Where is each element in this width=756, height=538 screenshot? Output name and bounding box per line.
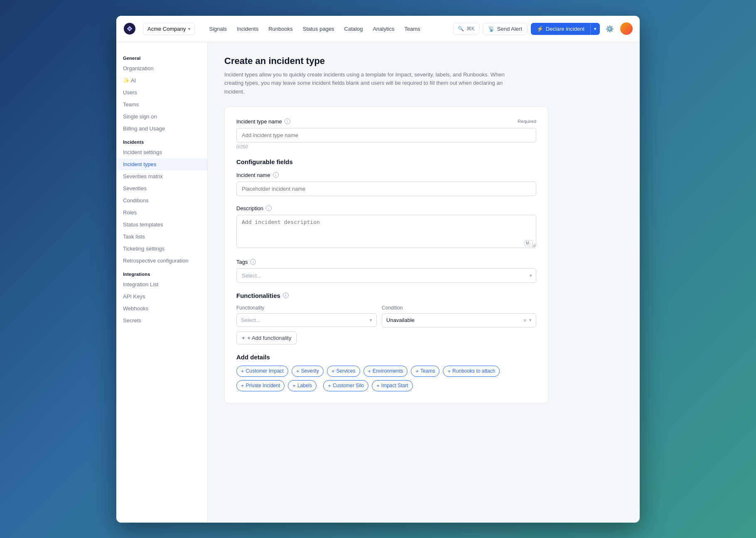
detail-tag-severity[interactable]: + Severity bbox=[292, 366, 324, 377]
nav-analytics[interactable]: Analytics bbox=[368, 23, 398, 34]
sidebar-item-incident-settings[interactable]: Incident settings bbox=[116, 146, 207, 158]
sidebar-item-task-lists[interactable]: Task lists bbox=[116, 231, 207, 243]
declare-incident-group: ⚡ Declare incident ▾ bbox=[531, 23, 600, 35]
condition-select[interactable]: Unavailable × ▾ bbox=[382, 313, 536, 327]
functionalities-section: Functionalities i Functionality Select..… bbox=[236, 292, 536, 344]
sidebar-item-organization[interactable]: Organization bbox=[116, 62, 207, 74]
tags-section: Tags i Select... ▾ bbox=[236, 259, 536, 283]
sidebar-label-conditions: Conditions bbox=[123, 197, 148, 204]
sidebar-item-webhooks[interactable]: Webhooks bbox=[116, 302, 207, 314]
required-badge: Required bbox=[518, 119, 536, 124]
chevron-down-icon: ▾ bbox=[529, 317, 532, 323]
add-details-title: Add details bbox=[236, 354, 536, 361]
incident-name-label: Incident name i bbox=[236, 172, 536, 178]
detail-tag-customer-impact[interactable]: + Customer Impact bbox=[236, 366, 288, 377]
detail-tags: + Customer Impact + Severity + Services bbox=[236, 366, 536, 391]
nav-status-pages[interactable]: Status pages bbox=[299, 23, 339, 34]
sidebar-integrations-title: Integrations bbox=[116, 267, 207, 278]
nav-teams[interactable]: Teams bbox=[400, 23, 424, 34]
incident-type-name-info-icon[interactable]: i bbox=[285, 118, 290, 124]
sidebar-item-sso[interactable]: Single sign on bbox=[116, 111, 207, 123]
lightning-icon: ⚡ bbox=[537, 26, 543, 32]
detail-tag-impact-start[interactable]: + Impact Start bbox=[372, 380, 412, 391]
sidebar-label-roles: Roles bbox=[123, 209, 137, 216]
search-button[interactable]: 🔍 ⌘K bbox=[453, 23, 479, 34]
functionality-placeholder: Select... bbox=[241, 317, 260, 323]
company-selector[interactable]: Acme Company ▾ bbox=[143, 23, 195, 35]
sidebar-label-api-keys: API Keys bbox=[123, 293, 145, 300]
sidebar-item-secrets[interactable]: Secrets bbox=[116, 314, 207, 327]
sidebar-label-integration-list: Integration List bbox=[123, 281, 158, 287]
incident-name-info-icon[interactable]: i bbox=[273, 172, 279, 178]
functionality-col: Functionality Select... ▾ bbox=[236, 305, 377, 327]
functionality-row: Functionality Select... ▾ Condition Unav… bbox=[236, 305, 536, 327]
incident-type-name-section: Incident type name i Required 0/250 bbox=[236, 118, 536, 149]
tags-select[interactable]: Select... bbox=[236, 268, 536, 283]
tags-info-icon[interactable]: i bbox=[250, 259, 256, 265]
settings-button[interactable]: ⚙️ bbox=[603, 22, 616, 35]
sidebar-item-integration-list[interactable]: Integration List bbox=[116, 278, 207, 290]
char-count: 0/250 bbox=[236, 144, 536, 149]
incident-type-name-input[interactable] bbox=[236, 128, 536, 142]
sidebar-label-billing: Billing and Usage bbox=[123, 125, 165, 132]
functionality-select[interactable]: Select... ▾ bbox=[236, 313, 377, 327]
logo[interactable] bbox=[123, 22, 136, 35]
description-wrapper: M↓ bbox=[236, 215, 536, 250]
detail-tag-runbooks[interactable]: + Runbooks to attach bbox=[443, 366, 500, 377]
detail-tag-services[interactable]: + Services bbox=[327, 366, 360, 377]
sidebar-item-severities-matrix[interactable]: Severities matrix bbox=[116, 170, 207, 182]
plus-icon: + bbox=[241, 368, 244, 374]
tags-label: Tags i bbox=[236, 259, 536, 265]
plus-icon: + bbox=[241, 383, 244, 389]
detail-tag-labels[interactable]: + Labels bbox=[288, 380, 317, 391]
sidebar-item-api-keys[interactable]: API Keys bbox=[116, 290, 207, 302]
detail-tag-environments[interactable]: + Environments bbox=[363, 366, 408, 377]
configurable-fields-heading: Configurable fields bbox=[236, 158, 536, 165]
sidebar-item-status-templates[interactable]: Status templates bbox=[116, 219, 207, 231]
description-info-icon[interactable]: i bbox=[266, 205, 272, 211]
nav-runbooks[interactable]: Runbooks bbox=[264, 23, 297, 34]
sidebar-item-users[interactable]: Users bbox=[116, 86, 207, 98]
nav-catalog[interactable]: Catalog bbox=[340, 23, 367, 34]
nav-incidents[interactable]: Incidents bbox=[233, 23, 263, 34]
plus-icon: + bbox=[376, 383, 380, 389]
incident-name-input[interactable] bbox=[236, 182, 536, 196]
declare-incident-button[interactable]: ⚡ Declare incident bbox=[531, 23, 590, 35]
sidebar-item-conditions[interactable]: Conditions bbox=[116, 194, 207, 206]
sidebar-item-incident-types[interactable]: Incident types bbox=[116, 158, 207, 170]
declare-incident-dropdown[interactable]: ▾ bbox=[590, 23, 600, 35]
sidebar-item-roles[interactable]: Roles bbox=[116, 206, 207, 219]
nav-signals[interactable]: Signals bbox=[205, 23, 231, 34]
condition-clear-icon[interactable]: × bbox=[523, 317, 527, 324]
sidebar-general-title: General bbox=[116, 51, 207, 62]
add-functionality-button[interactable]: + + Add functionality bbox=[236, 332, 297, 344]
sidebar-item-teams[interactable]: Teams bbox=[116, 98, 207, 111]
plus-icon: + bbox=[328, 383, 331, 389]
sidebar-label-users: Users bbox=[123, 89, 137, 96]
detail-tag-private-incident[interactable]: + Private Incident bbox=[236, 380, 285, 391]
functionalities-heading: Functionalities i bbox=[236, 292, 536, 299]
sidebar-item-severities[interactable]: Severities bbox=[116, 182, 207, 194]
sidebar-label-task-lists: Task lists bbox=[123, 233, 145, 240]
user-avatar[interactable] bbox=[620, 22, 633, 35]
description-input[interactable] bbox=[236, 215, 536, 248]
sidebar-item-ai[interactable]: ✨ AI bbox=[116, 74, 207, 86]
avatar-image bbox=[620, 22, 633, 35]
main-nav: Signals Incidents Runbooks Status pages … bbox=[205, 23, 424, 34]
plus-icon: + bbox=[447, 368, 451, 374]
plus-icon: + bbox=[331, 368, 335, 374]
functionality-col-header: Functionality bbox=[236, 305, 377, 311]
send-alert-button[interactable]: 📡 Send Alert bbox=[483, 23, 528, 35]
detail-tag-customer-silo[interactable]: + Customer Silo bbox=[323, 380, 368, 391]
plus-icon: + bbox=[368, 368, 371, 374]
functionalities-info-icon[interactable]: i bbox=[283, 292, 289, 298]
company-name: Acme Company bbox=[147, 26, 186, 32]
sidebar-label-severities: Severities bbox=[123, 185, 147, 192]
sidebar-item-ticketing[interactable]: Ticketing settings bbox=[116, 243, 207, 255]
svg-point-1 bbox=[128, 27, 131, 30]
search-shortcut: ⌘K bbox=[466, 26, 475, 32]
sidebar-item-billing[interactable]: Billing and Usage bbox=[116, 123, 207, 135]
add-details-section: Add details + Customer Impact + Severity… bbox=[236, 354, 536, 391]
detail-tag-teams[interactable]: + Teams bbox=[411, 366, 439, 377]
sidebar-item-retro[interactable]: Retrospective configuration bbox=[116, 255, 207, 267]
